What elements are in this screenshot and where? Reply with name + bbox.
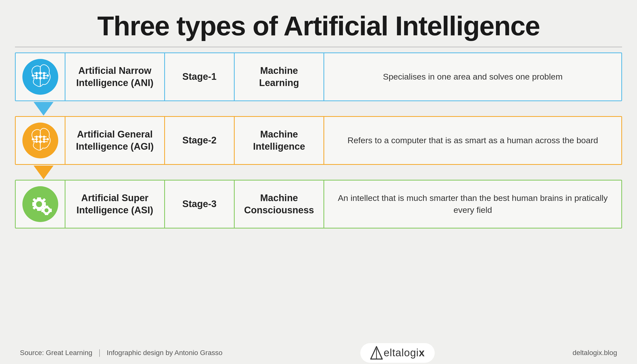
ani-stage-text: Stage-1 [182,70,216,83]
agi-stage-text: Stage-2 [182,134,216,146]
ani-desc-cell: Specialises in one area and solves one p… [324,53,621,100]
asi-name-cell: Artificial Super Intelligence (ASI) [66,180,165,228]
asi-table-row: Artificial Super Intelligence (ASI) Stag… [15,180,622,228]
svg-rect-51 [41,208,43,212]
svg-point-23 [39,141,41,143]
footer-source: Source: Great Learning Infographic desig… [20,349,222,357]
asi-name-text: Artificial Super Intelligence (ASI) [76,192,153,216]
svg-rect-49 [45,206,48,208]
svg-point-38 [36,201,42,207]
agi-type-text: Machine Intelligence [253,128,305,153]
ani-icon-cell [16,53,66,100]
agi-row-block: Artificial General Intelligence (AGI) St… [15,116,622,165]
svg-point-48 [45,208,49,212]
svg-rect-42 [43,202,46,206]
svg-point-17 [47,75,49,76]
footer: Source: Great Learning Infographic desig… [0,342,637,364]
asi-row-block: Artificial Super Intelligence (ASI) Stag… [15,180,622,228]
asi-icon-cell [16,180,66,228]
asi-stage-cell: Stage-3 [165,180,235,228]
website-text: deltalogix.blog [572,349,617,356]
agi-name-cell: Artificial General Intelligence (AGI) [66,117,165,164]
svg-point-13 [43,77,45,79]
svg-rect-50 [45,213,48,215]
content-area: Artificial Narrow Intelligence (ANI) Sta… [0,48,637,342]
asi-type-cell: Machine Consciousness [235,180,324,228]
ani-type-text: Machine Learning [259,65,299,89]
ani-stage-cell: Stage-1 [165,53,235,100]
svg-point-12 [43,72,45,74]
svg-point-11 [36,77,37,79]
agi-table-row: Artificial General Intelligence (AGI) St… [15,116,622,165]
brain-orange-icon [22,122,59,159]
arrow-connector-2 [15,165,622,180]
agi-desc-cell: Refers to a computer that is as smart as… [324,117,621,164]
agi-icon-cell [16,117,66,164]
svg-point-29 [36,141,37,142]
design-text: Infographic design by Antonio Grasso [107,349,222,356]
logo-text: eltalogix [384,347,425,359]
source-text: Source: Great Learning [20,349,92,356]
svg-point-22 [39,136,41,138]
svg-point-4 [39,72,41,74]
arrow-down-blue-icon [34,102,54,116]
separator-icon [99,349,100,357]
svg-rect-52 [50,208,52,212]
ani-name-cell: Artificial Narrow Intelligence (ANI) [66,53,165,100]
svg-rect-39 [37,198,41,200]
svg-point-5 [39,77,41,79]
delta-logo-icon [370,346,383,360]
agi-name-text: Artificial General Intelligence (AGI) [76,128,154,153]
agi-type-cell: Machine Intelligence [235,117,324,164]
ani-row-block: Artificial Narrow Intelligence (ANI) Sta… [15,52,622,101]
svg-rect-41 [32,202,35,206]
brain-blue-icon [22,58,59,96]
agi-stage-cell: Stage-2 [165,117,235,164]
svg-point-16 [32,75,34,76]
arrow-connector-1 [15,101,622,116]
ani-type-cell: Machine Learning [235,53,324,100]
logo-pill: eltalogix [360,343,435,363]
svg-point-34 [32,138,34,140]
asi-desc-text: An intellect that is much smarter than t… [332,192,614,216]
arrow-down-orange-icon [34,166,54,179]
asi-type-text: Machine Consciousness [244,192,314,216]
svg-rect-40 [37,208,41,211]
ani-name-text: Artificial Narrow Intelligence (ANI) [76,65,153,89]
svg-point-30 [43,136,45,138]
asi-desc-cell: An intellect that is much smarter than t… [324,180,621,228]
ani-desc-text: Specialises in one area and solves one p… [383,71,563,83]
svg-point-28 [36,136,37,138]
svg-point-10 [36,72,37,74]
svg-point-35 [47,138,49,140]
asi-stage-text: Stage-3 [182,198,216,210]
page-title: Three types of Artificial Intelligence [0,0,637,46]
svg-point-31 [43,141,45,142]
footer-logo-container: eltalogix [360,343,435,363]
agi-desc-text: Refers to a computer that is as smart as… [347,134,598,146]
gears-green-icon [22,186,59,223]
footer-website: deltalogix.blog [572,349,617,357]
ani-table-row: Artificial Narrow Intelligence (ANI) Sta… [15,52,622,101]
